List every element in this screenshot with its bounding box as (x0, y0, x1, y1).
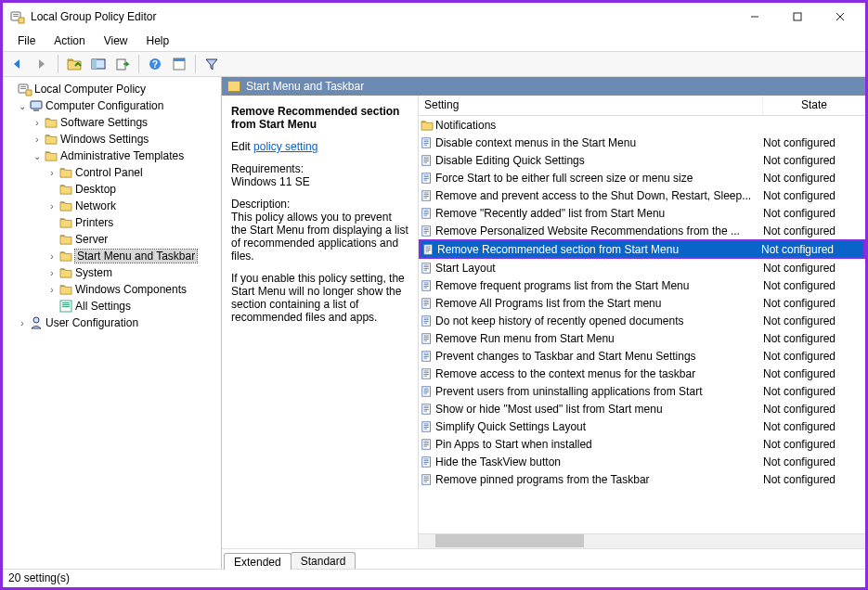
settings-row[interactable]: Remove Recommended section from Start Me… (419, 239, 865, 259)
folder-icon (58, 216, 73, 229)
twisty-collapsed-icon[interactable]: › (31, 118, 44, 128)
folder-icon (58, 199, 73, 212)
settings-row[interactable]: Prevent users from uninstalling applicat… (419, 382, 865, 400)
settings-row[interactable]: Pin Apps to Start when installedNot conf… (419, 435, 865, 453)
twisty-collapsed-icon[interactable]: › (45, 201, 58, 212)
tree-control-panel[interactable]: › Control Panel (5, 164, 219, 181)
forward-button[interactable] (31, 53, 53, 75)
tree-windows-components[interactable]: › Windows Components (5, 281, 219, 298)
filter-button[interactable] (201, 53, 223, 75)
tree-label: Network (75, 199, 116, 212)
minimize-button[interactable] (733, 3, 776, 31)
maximize-button[interactable] (776, 3, 819, 31)
policy-icon (419, 189, 435, 202)
folder-icon (58, 250, 73, 263)
tree-root[interactable]: Local Computer Policy (5, 81, 219, 97)
tree-label: Software Settings (60, 116, 148, 129)
tree-network[interactable]: › Network (5, 198, 219, 214)
settings-row[interactable]: Remove All Programs list from the Start … (419, 294, 865, 312)
policy-tree[interactable]: Local Computer Policy ⌄ Computer Configu… (3, 77, 222, 569)
twisty-expanded-icon[interactable]: ⌄ (16, 101, 29, 111)
menu-action[interactable]: Action (46, 32, 92, 49)
column-header-setting[interactable]: Setting (419, 96, 763, 115)
twisty-collapsed-icon[interactable]: › (31, 135, 44, 145)
settings-row[interactable]: Do not keep history of recently opened d… (419, 312, 865, 329)
description-pane: Remove Recommended section from Start Me… (222, 96, 419, 548)
setting-name: Disable context menus in the Start Menu (435, 136, 763, 149)
policy-icon (419, 224, 435, 237)
setting-name: Remove pinned programs from the Taskbar (435, 473, 763, 486)
properties-button[interactable] (168, 53, 190, 75)
twisty-expanded-icon[interactable]: ⌄ (31, 151, 44, 161)
tree-label: Server (75, 233, 108, 246)
settings-row[interactable]: Remove frequent programs list from the S… (419, 276, 865, 294)
twisty-collapsed-icon[interactable]: › (45, 251, 58, 262)
setting-name: Remove Personalized Website Recommendati… (435, 224, 763, 237)
svg-rect-22 (174, 58, 185, 61)
policy-icon (419, 279, 435, 292)
back-button[interactable] (6, 53, 29, 75)
title-bar[interactable]: Local Group Policy Editor (3, 3, 865, 31)
tree-printers[interactable]: Printers (5, 214, 219, 231)
horizontal-scrollbar[interactable] (419, 533, 865, 548)
menu-help[interactable]: Help (139, 32, 177, 49)
settings-row[interactable]: Disable Editing Quick SettingsNot config… (419, 151, 865, 169)
tree-desktop[interactable]: Desktop (5, 181, 219, 198)
tree-software-settings[interactable]: › Software Settings (5, 114, 219, 131)
menu-file[interactable]: File (10, 32, 43, 49)
tab-extended[interactable]: Extended (224, 553, 291, 570)
column-header-state[interactable]: State (763, 96, 865, 115)
settings-row[interactable]: Notifications (419, 116, 865, 134)
scope-icon (18, 83, 32, 96)
settings-row[interactable]: Disable context menus in the Start MenuN… (419, 134, 865, 151)
settings-row[interactable]: Remove access to the context menus for t… (419, 365, 865, 382)
settings-row[interactable]: Force Start to be either full screen siz… (419, 169, 865, 186)
folder-icon (227, 81, 240, 92)
settings-row[interactable]: Hide the TaskView buttonNot configured (419, 453, 865, 470)
twisty-collapsed-icon[interactable]: › (16, 318, 29, 328)
policy-icon (421, 243, 437, 256)
policy-icon (419, 262, 435, 275)
tree-label: Start Menu and Taskbar (75, 250, 197, 263)
settings-row[interactable]: Remove Personalized Website Recommendati… (419, 222, 865, 239)
tree-server[interactable]: Server (5, 231, 219, 248)
twisty-collapsed-icon[interactable]: › (45, 268, 58, 278)
settings-row[interactable]: Start LayoutNot configured (419, 259, 865, 276)
tree-windows-settings[interactable]: › Windows Settings (5, 131, 219, 148)
setting-state: Not configured (763, 279, 865, 292)
settings-row[interactable]: Prevent changes to Taskbar and Start Men… (419, 347, 865, 365)
svg-rect-15 (794, 13, 801, 20)
policy-icon (419, 455, 435, 468)
help-button[interactable]: ? (144, 53, 166, 75)
grid-body[interactable]: NotificationsDisable context menus in th… (419, 116, 865, 533)
setting-name: Remove and prevent access to the Shut Do… (435, 189, 763, 202)
show-hide-tree-button[interactable] (87, 53, 110, 75)
tree-computer-config[interactable]: ⌄ Computer Configuration (5, 97, 219, 114)
tree-label: Computer Configuration (45, 99, 163, 112)
grid-header[interactable]: Setting State (419, 96, 865, 116)
close-button[interactable] (819, 3, 862, 31)
tree-all-settings[interactable]: All Settings (5, 298, 219, 314)
folder-icon (58, 183, 73, 196)
tree-user-config[interactable]: › User Configuration (5, 314, 219, 331)
up-button[interactable] (63, 53, 85, 75)
setting-name: Simplify Quick Settings Layout (435, 420, 763, 433)
tab-standard[interactable]: Standard (291, 552, 356, 569)
scrollbar-thumb[interactable] (435, 534, 584, 547)
right-pane: Start Menu and Taskbar Remove Recommende… (222, 77, 865, 569)
settings-row[interactable]: Remove and prevent access to the Shut Do… (419, 186, 865, 204)
settings-row[interactable]: Show or hide "Most used" list from Start… (419, 400, 865, 417)
tree-admin-templates[interactable]: ⌄ Administrative Templates (5, 148, 219, 164)
settings-row[interactable]: Remove "Recently added" list from Start … (419, 204, 865, 222)
export-list-button[interactable] (111, 53, 134, 75)
tree-system[interactable]: › System (5, 264, 219, 281)
twisty-collapsed-icon[interactable]: › (45, 168, 58, 178)
tree-start-menu-taskbar[interactable]: › Start Menu and Taskbar (5, 248, 219, 264)
settings-row[interactable]: Remove Run menu from Start MenuNot confi… (419, 329, 865, 347)
edit-label: Edit (231, 140, 251, 153)
settings-row[interactable]: Remove pinned programs from the TaskbarN… (419, 470, 865, 488)
menu-view[interactable]: View (97, 32, 136, 49)
settings-row[interactable]: Simplify Quick Settings LayoutNot config… (419, 417, 865, 435)
edit-policy-link[interactable]: policy setting (253, 140, 317, 153)
twisty-collapsed-icon[interactable]: › (45, 285, 58, 295)
